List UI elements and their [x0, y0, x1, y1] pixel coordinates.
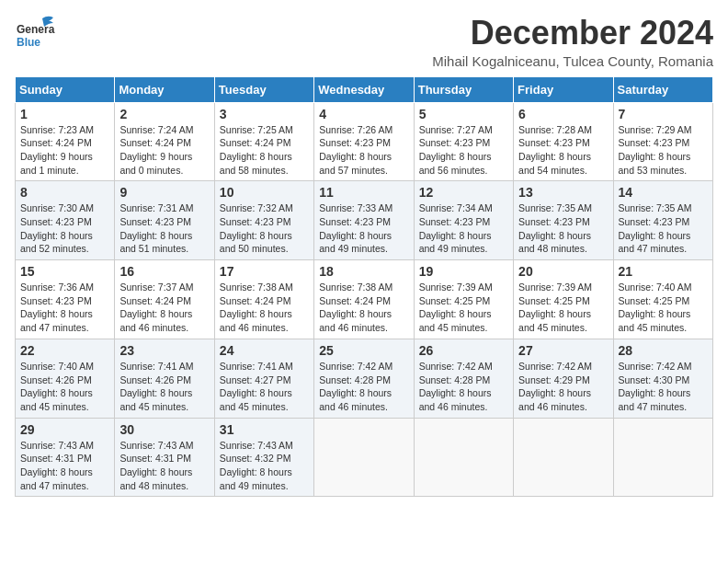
day-number: 5 [419, 107, 508, 121]
calendar-cell [514, 418, 613, 497]
weekday-row: SundayMondayTuesdayWednesdayThursdayFrid… [16, 76, 713, 102]
day-number: 18 [319, 264, 408, 279]
weekday-header-saturday: Saturday [613, 76, 712, 102]
calendar-cell: 9Sunrise: 7:31 AMSunset: 4:23 PMDaylight… [115, 181, 214, 260]
day-number: 10 [220, 185, 309, 200]
day-number: 31 [220, 422, 309, 437]
day-number: 30 [119, 422, 209, 437]
day-number: 2 [119, 107, 209, 121]
day-info: Sunrise: 7:39 AMSunset: 4:25 PMDaylight:… [518, 281, 608, 335]
calendar-cell: 23Sunrise: 7:41 AMSunset: 4:26 PMDayligh… [115, 339, 214, 418]
day-info: Sunrise: 7:43 AMSunset: 4:31 PMDaylight:… [119, 439, 209, 493]
weekday-header-monday: Monday [115, 76, 214, 102]
day-number: 28 [619, 343, 708, 358]
day-number: 22 [20, 343, 109, 358]
weekday-header-friday: Friday [514, 76, 613, 102]
calendar-cell: 21Sunrise: 7:40 AMSunset: 4:25 PMDayligh… [613, 260, 712, 339]
day-info: Sunrise: 7:35 AMSunset: 4:23 PMDaylight:… [518, 201, 608, 256]
day-number: 20 [518, 264, 608, 279]
day-number: 4 [319, 107, 408, 121]
day-number: 23 [119, 343, 209, 358]
day-number: 29 [20, 422, 109, 437]
day-info: Sunrise: 7:42 AMSunset: 4:28 PMDaylight:… [419, 360, 508, 414]
calendar-cell: 12Sunrise: 7:34 AMSunset: 4:23 PMDayligh… [414, 181, 513, 260]
day-info: Sunrise: 7:25 AMSunset: 4:24 PMDaylight:… [220, 123, 309, 178]
day-number: 12 [419, 185, 508, 200]
day-info: Sunrise: 7:33 AMSunset: 4:23 PMDaylight:… [319, 201, 408, 256]
calendar-cell: 5Sunrise: 7:27 AMSunset: 4:23 PMDaylight… [414, 102, 513, 181]
day-number: 6 [518, 107, 608, 121]
svg-text:Blue: Blue [17, 36, 40, 49]
calendar-cell: 8Sunrise: 7:30 AMSunset: 4:23 PMDaylight… [16, 181, 115, 260]
day-number: 19 [419, 264, 508, 279]
calendar-week-2: 8Sunrise: 7:30 AMSunset: 4:23 PMDaylight… [16, 181, 713, 260]
calendar-cell: 16Sunrise: 7:37 AMSunset: 4:24 PMDayligh… [115, 260, 214, 339]
calendar-cell [314, 418, 414, 497]
logo-icon: General Blue [15, 15, 55, 55]
day-number: 15 [20, 264, 109, 279]
weekday-header-tuesday: Tuesday [214, 76, 313, 102]
day-info: Sunrise: 7:28 AMSunset: 4:23 PMDaylight:… [518, 123, 608, 178]
calendar-cell: 2Sunrise: 7:24 AMSunset: 4:24 PMDaylight… [115, 102, 214, 181]
calendar-cell: 17Sunrise: 7:38 AMSunset: 4:24 PMDayligh… [214, 260, 313, 339]
calendar-cell: 15Sunrise: 7:36 AMSunset: 4:23 PMDayligh… [16, 260, 115, 339]
day-info: Sunrise: 7:34 AMSunset: 4:23 PMDaylight:… [419, 201, 508, 256]
calendar-cell: 25Sunrise: 7:42 AMSunset: 4:28 PMDayligh… [314, 339, 414, 418]
subtitle: Mihail Kogalniceanu, Tulcea County, Roma… [432, 53, 713, 69]
day-number: 24 [220, 343, 309, 358]
day-info: Sunrise: 7:23 AMSunset: 4:24 PMDaylight:… [20, 123, 109, 178]
calendar-cell: 30Sunrise: 7:43 AMSunset: 4:31 PMDayligh… [115, 418, 214, 497]
day-info: Sunrise: 7:41 AMSunset: 4:26 PMDaylight:… [119, 360, 209, 414]
day-info: Sunrise: 7:37 AMSunset: 4:24 PMDaylight:… [119, 281, 209, 335]
day-number: 7 [619, 107, 708, 121]
calendar-cell: 31Sunrise: 7:43 AMSunset: 4:32 PMDayligh… [214, 418, 313, 497]
calendar-table: SundayMondayTuesdayWednesdayThursdayFrid… [15, 76, 713, 498]
day-number: 11 [319, 185, 408, 200]
day-number: 8 [20, 185, 109, 200]
calendar-body: 1Sunrise: 7:23 AMSunset: 4:24 PMDaylight… [16, 102, 713, 497]
day-info: Sunrise: 7:35 AMSunset: 4:23 PMDaylight:… [619, 201, 708, 256]
day-info: Sunrise: 7:27 AMSunset: 4:23 PMDaylight:… [419, 123, 508, 178]
calendar-cell: 11Sunrise: 7:33 AMSunset: 4:23 PMDayligh… [314, 181, 414, 260]
calendar-cell [414, 418, 513, 497]
day-info: Sunrise: 7:43 AMSunset: 4:31 PMDaylight:… [20, 439, 109, 493]
day-number: 21 [619, 264, 708, 279]
day-info: Sunrise: 7:36 AMSunset: 4:23 PMDaylight:… [20, 281, 109, 335]
day-info: Sunrise: 7:38 AMSunset: 4:24 PMDaylight:… [220, 281, 309, 335]
day-number: 26 [419, 343, 508, 358]
calendar-week-3: 15Sunrise: 7:36 AMSunset: 4:23 PMDayligh… [16, 260, 713, 339]
calendar-cell: 27Sunrise: 7:42 AMSunset: 4:29 PMDayligh… [514, 339, 613, 418]
day-info: Sunrise: 7:43 AMSunset: 4:32 PMDaylight:… [220, 439, 309, 493]
calendar-cell: 26Sunrise: 7:42 AMSunset: 4:28 PMDayligh… [414, 339, 513, 418]
day-number: 1 [20, 107, 109, 121]
calendar-week-4: 22Sunrise: 7:40 AMSunset: 4:26 PMDayligh… [16, 339, 713, 418]
calendar-cell: 4Sunrise: 7:26 AMSunset: 4:23 PMDaylight… [314, 102, 414, 181]
day-info: Sunrise: 7:31 AMSunset: 4:23 PMDaylight:… [119, 201, 209, 256]
day-number: 9 [119, 185, 209, 200]
calendar-cell: 6Sunrise: 7:28 AMSunset: 4:23 PMDaylight… [514, 102, 613, 181]
day-info: Sunrise: 7:42 AMSunset: 4:30 PMDaylight:… [619, 360, 708, 414]
day-info: Sunrise: 7:40 AMSunset: 4:25 PMDaylight:… [619, 281, 708, 335]
day-info: Sunrise: 7:29 AMSunset: 4:23 PMDaylight:… [619, 123, 708, 178]
calendar-cell [613, 418, 712, 497]
calendar-cell: 10Sunrise: 7:32 AMSunset: 4:23 PMDayligh… [214, 181, 313, 260]
day-info: Sunrise: 7:42 AMSunset: 4:28 PMDaylight:… [319, 360, 408, 414]
day-info: Sunrise: 7:38 AMSunset: 4:24 PMDaylight:… [319, 281, 408, 335]
svg-text:General: General [17, 23, 55, 36]
day-info: Sunrise: 7:42 AMSunset: 4:29 PMDaylight:… [518, 360, 608, 414]
day-number: 27 [518, 343, 608, 358]
day-number: 13 [518, 185, 608, 200]
day-info: Sunrise: 7:32 AMSunset: 4:23 PMDaylight:… [220, 201, 309, 256]
title-block: December 2024 Mihail Kogalniceanu, Tulce… [432, 15, 713, 69]
day-info: Sunrise: 7:41 AMSunset: 4:27 PMDaylight:… [220, 360, 309, 414]
calendar-cell: 19Sunrise: 7:39 AMSunset: 4:25 PMDayligh… [414, 260, 513, 339]
day-number: 17 [220, 264, 309, 279]
day-info: Sunrise: 7:26 AMSunset: 4:23 PMDaylight:… [319, 123, 408, 178]
calendar-cell: 14Sunrise: 7:35 AMSunset: 4:23 PMDayligh… [613, 181, 712, 260]
calendar-cell: 13Sunrise: 7:35 AMSunset: 4:23 PMDayligh… [514, 181, 613, 260]
calendar-cell: 29Sunrise: 7:43 AMSunset: 4:31 PMDayligh… [16, 418, 115, 497]
day-number: 25 [319, 343, 408, 358]
day-number: 3 [220, 107, 309, 121]
logo: General Blue [15, 15, 55, 55]
calendar-cell: 7Sunrise: 7:29 AMSunset: 4:23 PMDaylight… [613, 102, 712, 181]
